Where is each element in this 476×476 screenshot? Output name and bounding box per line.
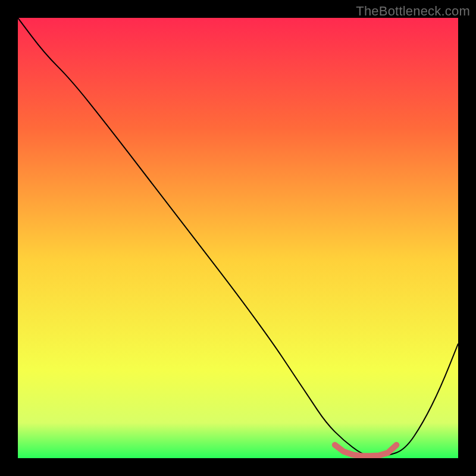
chart-container: TheBottleneck.com xyxy=(0,0,476,476)
bottleneck-chart xyxy=(18,18,458,458)
gradient-background xyxy=(18,18,458,458)
plot-area xyxy=(18,18,458,458)
watermark-text: TheBottleneck.com xyxy=(356,4,470,19)
